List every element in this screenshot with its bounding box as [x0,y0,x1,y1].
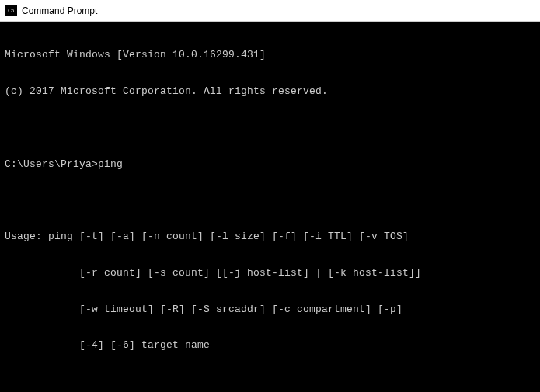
terminal-line: [-r count] [-s count] [[-j host-list] | … [5,267,535,279]
terminal-line [5,122,535,134]
cmd-icon [5,5,17,16]
terminal-line [5,194,535,206]
terminal-line: C:\Users\Priya>ping [5,158,535,171]
terminal-output[interactable]: Microsoft Windows [Version 10.0.16299.43… [0,22,540,392]
terminal-line [5,376,535,388]
terminal-line: [-4] [-6] target_name [5,339,535,352]
window-title: Command Prompt [22,5,97,16]
terminal-line: [-w timeout] [-R] [-S srcaddr] [-c compa… [5,304,535,316]
terminal-line: Microsoft Windows [Version 10.0.16299.43… [5,49,535,61]
terminal-line: (c) 2017 Microsoft Corporation. All righ… [5,85,535,98]
window-titlebar[interactable]: Command Prompt [0,0,540,22]
terminal-line: Usage: ping [-t] [-a] [-n count] [-l siz… [5,231,535,243]
